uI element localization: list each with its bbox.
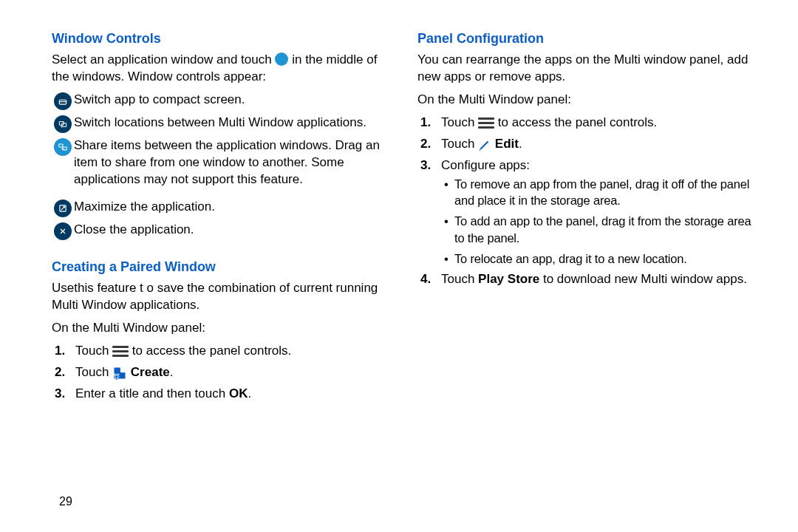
bullet-remove: To remove an app from the panel, drag it… xyxy=(441,176,754,209)
wc-item-share: Share items between the application wind… xyxy=(52,137,388,188)
page: Window Controls Select an application wi… xyxy=(0,0,798,532)
paired-step-2: Touch Create. xyxy=(55,364,388,381)
switch-windows-icon xyxy=(54,115,72,133)
maximize-icon xyxy=(54,200,72,217)
paired-step-3: Enter a title and then touch OK. xyxy=(55,386,388,403)
panel-config-desc: You can rearrange the apps on the Multi … xyxy=(417,52,754,86)
paired-step-1: Touch to access the panel controls. xyxy=(55,343,388,360)
paired-window-heading: Creating a Paired Window xyxy=(52,258,388,276)
panel-config-bullets: To remove an app from the panel, drag it… xyxy=(441,176,754,267)
close-icon xyxy=(54,222,72,240)
right-column: Panel Configuration You can rearrange th… xyxy=(410,30,768,517)
panel-step-2: Touch Edit. xyxy=(420,136,754,153)
wc-item-share-text: Share items between the application wind… xyxy=(74,137,388,188)
wc-item-maximize-text: Maximize the application. xyxy=(74,199,388,216)
page-number: 29 xyxy=(59,495,72,508)
paired-steps: Touch to access the panel controls. Touc… xyxy=(55,343,388,403)
window-controls-intro: Select an application window and touch i… xyxy=(52,52,388,86)
panel-step-1: Touch to access the panel controls. xyxy=(420,115,754,132)
paired-window-desc: Usethis feature t o save the combination… xyxy=(52,280,388,314)
hamburger-icon xyxy=(112,344,129,359)
panel-config-heading: Panel Configuration xyxy=(417,30,754,47)
hamburger-icon xyxy=(478,115,494,131)
wc-item-compact: Switch app to compact screen. xyxy=(52,92,388,110)
wc-item-close: Close the application. xyxy=(52,222,388,240)
compact-screen-icon xyxy=(54,92,72,110)
panel-config-on-panel: On the Multi Window panel: xyxy=(417,92,754,109)
wc-item-maximize: Maximize the application. xyxy=(52,199,388,217)
bullet-relocate: To relocate an app, drag it to a new loc… xyxy=(441,250,754,267)
panel-step-3: Configure apps: To remove an app from th… xyxy=(420,157,754,267)
svg-rect-8 xyxy=(119,372,125,378)
share-windows-icon xyxy=(54,138,72,156)
window-controls-heading: Window Controls xyxy=(52,30,388,47)
edit-label: Edit xyxy=(495,137,519,151)
left-column: Window Controls Select an application wi… xyxy=(52,30,410,517)
panel-step-4: Touch Play Store to download new Multi w… xyxy=(420,271,754,288)
create-label: Create xyxy=(131,365,170,379)
paired-on-panel: On the Multi Window panel: xyxy=(52,320,388,337)
panel-config-steps: Touch to access the panel controls. Touc… xyxy=(420,115,754,288)
wc-item-close-text: Close the application. xyxy=(74,222,388,239)
create-icon xyxy=(112,366,127,381)
wc-item-switch: Switch locations between Multi Window ap… xyxy=(52,115,388,133)
wc-item-switch-text: Switch locations between Multi Window ap… xyxy=(74,115,388,132)
bullet-add: To add an app to the panel, drag it from… xyxy=(441,213,754,246)
circle-handle-icon xyxy=(275,52,288,66)
svg-rect-4 xyxy=(59,144,63,147)
pencil-icon xyxy=(478,138,491,151)
window-controls-intro-a: Select an application window and touch xyxy=(52,52,275,66)
wc-item-compact-text: Switch app to compact screen. xyxy=(74,92,388,109)
